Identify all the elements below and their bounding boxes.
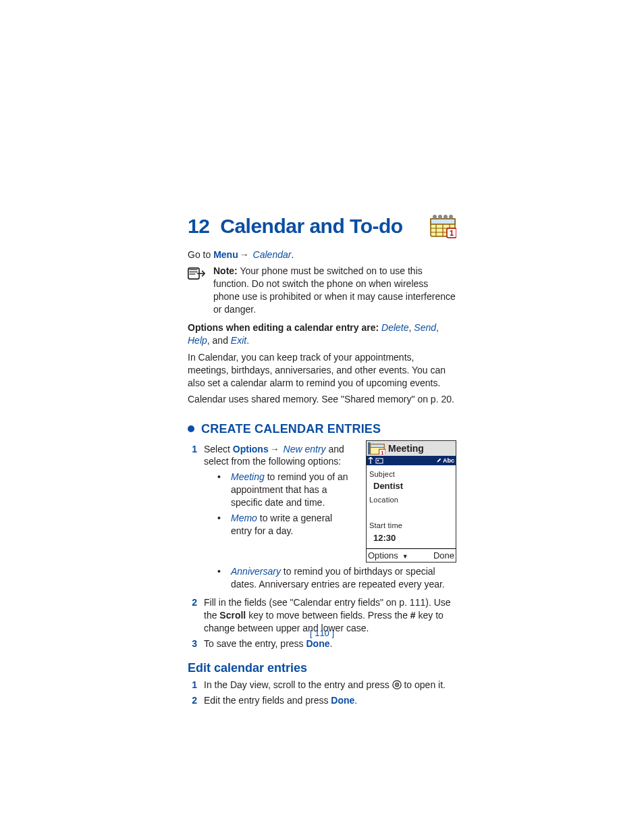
page-number: [ 110 ] xyxy=(0,627,644,640)
intro-para: In Calendar, you can keep track of your … xyxy=(188,351,456,390)
arrow-icon: → xyxy=(270,444,279,454)
softkey-left[interactable]: Options▼ xyxy=(368,550,408,562)
joypad-icon xyxy=(392,680,402,689)
opt-send: Send xyxy=(414,322,436,333)
options-lead: Options when editing a calendar entry ar… xyxy=(188,322,381,333)
pencil-icon xyxy=(437,458,441,463)
phone-screenshot: 1 Meeting Abc Subject Dentist Location xyxy=(366,440,456,563)
input-mode: Abc xyxy=(443,457,454,464)
step-number: 2 xyxy=(188,694,197,707)
step-1: 1 Select Options→ New entry and select f… xyxy=(188,443,354,540)
location-label: Location xyxy=(369,495,453,505)
note-body: Your phone must be switched on to use th… xyxy=(213,265,456,315)
phone-title-text: Meeting xyxy=(388,442,424,455)
opt-help: Help xyxy=(188,335,207,346)
caret-down-icon: ▼ xyxy=(402,553,408,560)
phone-mini-icon xyxy=(375,457,383,464)
note-text: Note: Your phone must be switched on to … xyxy=(213,265,456,316)
newentry-label: New entry xyxy=(284,444,326,454)
options-label: Options xyxy=(233,444,269,454)
svg-rect-1 xyxy=(431,219,455,224)
bullet-icon xyxy=(188,425,194,432)
options-line: Options when editing a calendar entry ar… xyxy=(188,321,456,347)
chapter-title-text: Calendar and To-do xyxy=(220,215,402,237)
chapter-title: 12 Calendar and To-do xyxy=(188,213,403,240)
svg-point-7 xyxy=(433,215,437,219)
done-label: Done xyxy=(306,638,329,649)
svg-text:1: 1 xyxy=(450,229,454,237)
entry-type-anniversary: Anniversary to remind you of birthdays o… xyxy=(217,565,456,591)
note-icon xyxy=(188,266,205,281)
note-label: Note: xyxy=(213,265,238,276)
goto-calendar: Calendar xyxy=(253,249,292,260)
step-number: 1 xyxy=(188,443,197,540)
arrow-icon: → xyxy=(240,249,249,260)
goto-dot: . xyxy=(291,249,294,260)
svg-rect-16 xyxy=(371,444,384,448)
done-label: Done xyxy=(331,695,354,706)
phone-titlebar: 1 Meeting xyxy=(367,441,456,456)
goto-prefix: Go to xyxy=(188,249,213,260)
edit-step-1: 1 In the Day view, scroll to the entry a… xyxy=(188,679,456,692)
section-edit-entries: Edit calendar entries xyxy=(188,660,456,676)
hash-key: # xyxy=(410,610,416,621)
goto-path: Go to Menu→ Calendar. xyxy=(188,249,456,261)
location-value xyxy=(369,505,453,520)
edit-step-2: 2 Edit the entry fields and press Done. xyxy=(188,694,456,707)
opt-exit: Exit xyxy=(231,335,246,346)
svg-point-9 xyxy=(444,215,448,219)
chapter-header: 12 Calendar and To-do 1 xyxy=(188,213,456,240)
svg-point-8 xyxy=(438,215,442,219)
goto-menu: Menu xyxy=(213,249,238,260)
entry-type-meeting: Meeting to remind you of an appointment … xyxy=(217,471,354,509)
section-create-entries: CREATE CALENDAR ENTRIES xyxy=(188,421,456,437)
svg-rect-20 xyxy=(377,460,379,461)
entry-type-memo: Memo to write a general entry for a day. xyxy=(217,512,354,538)
phone-statusbar: Abc xyxy=(367,456,456,465)
anniversary-label: Anniversary xyxy=(231,566,281,577)
subject-value: Dentist xyxy=(369,479,453,494)
calendar-icon: 1 xyxy=(429,213,456,239)
mini-calendar-icon: 1 xyxy=(368,442,385,455)
chapter-number: 12 xyxy=(188,215,209,237)
note-block: Note: Your phone must be switched on to … xyxy=(188,265,456,316)
svg-point-23 xyxy=(396,684,398,685)
step-1-cont: Anniversary to remind you of birthdays o… xyxy=(188,563,456,594)
svg-rect-14 xyxy=(368,442,371,455)
phone-softkeys: Options▼ Done xyxy=(367,548,456,563)
step-number: 1 xyxy=(188,679,197,692)
sharedmem-para: Calendar uses shared memory. See "Shared… xyxy=(188,393,456,406)
starttime-value: 12:30 xyxy=(369,531,453,546)
starttime-label: Start time xyxy=(369,521,453,531)
memo-label: Memo xyxy=(231,513,257,523)
svg-rect-19 xyxy=(376,459,383,463)
svg-text:1: 1 xyxy=(381,449,383,454)
opt-delete: Delete xyxy=(381,322,408,333)
subject-label: Subject xyxy=(369,469,453,479)
svg-point-10 xyxy=(449,215,453,219)
softkey-right[interactable]: Done xyxy=(433,550,454,562)
section-title: CREATE CALENDAR ENTRIES xyxy=(201,421,381,437)
scroll-key: Scroll xyxy=(219,610,246,621)
signal-icon xyxy=(368,457,373,464)
meeting-label: Meeting xyxy=(231,471,265,482)
